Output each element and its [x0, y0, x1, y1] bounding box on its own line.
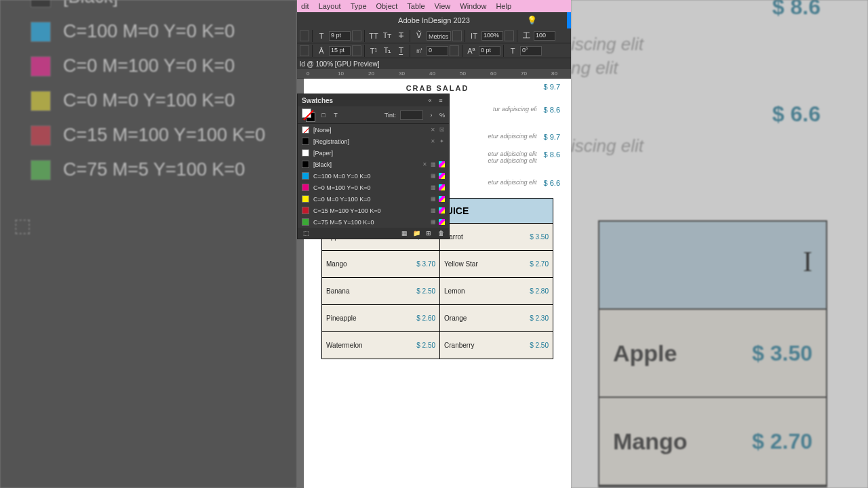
panel-header[interactable]: Swatches « ≡ — [298, 94, 449, 106]
menu-help[interactable]: Help — [496, 2, 511, 10]
swatch-box — [31, 91, 51, 111]
juice-price: $ 2.70 — [530, 260, 549, 268]
swatches-panel[interactable]: Swatches « ≡ □ T Tint: › % — [297, 94, 450, 239]
menu-view[interactable]: View — [435, 2, 451, 10]
juice-cell[interactable]: Mango$ 3.70 — [322, 251, 440, 278]
strikethrough-icon[interactable]: T̶ — [395, 31, 407, 40]
kerning-dropdown[interactable] — [452, 30, 462, 41]
superscript-icon[interactable]: T¹ — [368, 47, 380, 55]
menu-edit[interactable]: dit — [301, 2, 309, 10]
kerning-icon: Ṽ — [413, 31, 425, 40]
bg-desc: iscing elit — [571, 34, 644, 55]
hscale-field[interactable]: 100 — [534, 31, 555, 41]
collapse-icon[interactable]: « — [426, 96, 434, 104]
tracking-icon: ㎥ — [413, 45, 425, 56]
bg-price: $ 6.6 — [772, 102, 821, 127]
juice-price: $ 2.50 — [416, 287, 435, 295]
baseline-field[interactable]: 0 pt — [479, 46, 500, 56]
canvas[interactable]: CRAB SALAD $ 9.7 tur adipiscing eli $ 8.… — [297, 79, 571, 488]
juice-cell[interactable]: Orange$ 2.30 — [440, 305, 553, 332]
menu-window[interactable]: Window — [460, 2, 486, 10]
swatch-box — [31, 0, 51, 7]
bg-price: $ 2.70 — [752, 429, 812, 454]
new-swatch-icon[interactable]: ⊞ — [425, 229, 433, 237]
tracking-field[interactable]: 0 — [427, 46, 448, 56]
tint-field[interactable] — [400, 110, 423, 120]
swatch-name: [Black] — [313, 161, 417, 168]
vscale-icon: IT — [468, 32, 480, 40]
leading-dropdown[interactable] — [352, 45, 361, 56]
delete-swatch-icon[interactable]: 🗑 — [437, 229, 445, 237]
swatch-row[interactable]: [Paper] — [298, 147, 449, 159]
allcaps-icon[interactable]: TT — [368, 32, 380, 40]
juice-name: Pineapple — [326, 314, 356, 322]
new-group-icon[interactable]: ▦ — [400, 229, 408, 237]
underline-icon[interactable]: T̲ — [395, 46, 407, 55]
swatch-chip — [302, 126, 309, 134]
tint-pct: % — [439, 112, 445, 119]
font-size-field[interactable]: 9 pt — [329, 31, 351, 41]
swatches-toolbar: □ T Tint: › % — [298, 106, 449, 124]
leading-icon: Å — [315, 47, 328, 55]
leading-field[interactable]: 15 pt — [329, 46, 351, 56]
ruler-mark: 10 — [338, 70, 344, 77]
swatch-label: C=100 M=0 Y=0 K=0 — [63, 21, 235, 42]
smallcaps-icon[interactable]: Tᴛ — [381, 31, 393, 40]
menubar: dit Layout Type Object Table View Window… — [297, 0, 571, 12]
swatch-name: C=0 M=100 Y=0 K=0 — [313, 184, 426, 191]
swatch-row[interactable]: C=0 M=0 Y=100 K=0 ▦ — [298, 193, 449, 205]
font-dropdown[interactable] — [300, 30, 309, 41]
text-icon[interactable]: T — [332, 111, 340, 119]
horizontal-ruler[interactable]: 0 10 20 30 40 50 60 70 80 — [297, 69, 571, 79]
menu-type[interactable]: Type — [351, 2, 367, 10]
juice-cell[interactable]: Cranberry$ 2.50 — [440, 332, 553, 359]
vscale-field[interactable]: 100% — [481, 31, 503, 41]
swatches-footer: ⬚ ▦ 📁 ⊞ 🗑 — [298, 228, 449, 239]
bg-price: $ 8.6 — [772, 0, 821, 20]
juice-name: Cranberry — [444, 342, 474, 349]
bg-right-zoom: $ 8.6 iscing elit ng elit $ 6.6 iscing e… — [571, 0, 868, 488]
juice-cell[interactable]: Watermelon$ 2.50 — [322, 332, 440, 359]
folder-icon[interactable]: 📁 — [412, 229, 420, 237]
swatch-row[interactable]: C=15 M=100 Y=100 K=0 ▦ — [298, 205, 449, 216]
swatch-label: C=75 M=5 Y=100 K=0 — [63, 159, 245, 180]
kerning-field[interactable]: Metrics — [427, 31, 451, 41]
juice-cell[interactable]: Carrot$ 3.50 — [440, 224, 553, 251]
swatch-row[interactable]: C=0 M=100 Y=0 K=0 ▦ — [298, 182, 449, 193]
juice-price: $ 3.50 — [530, 233, 549, 241]
swatch-row[interactable]: [Registration] ✕✦ — [298, 136, 449, 147]
vscale-dropdown[interactable] — [505, 30, 514, 41]
swatch-row[interactable]: C=100 M=0 Y=0 K=0 ▦ — [298, 170, 449, 182]
font-size-dropdown[interactable] — [352, 30, 361, 41]
skew-field[interactable]: 0° — [520, 46, 542, 56]
tint-stepper[interactable]: › — [427, 111, 435, 119]
hint-icon[interactable]: 💡 — [527, 16, 537, 25]
swatch-box — [31, 160, 51, 180]
document-tab[interactable]: ld @ 100% [GPU Preview] — [297, 58, 571, 69]
juice-price: $ 2.60 — [416, 314, 435, 322]
swatches-list: [None] ✕☒ [Registration] ✕✦ [Paper] [Bla… — [298, 124, 449, 228]
price: $ 6.6 — [544, 179, 560, 187]
panel-title: Swatches — [302, 97, 333, 104]
swatch-row[interactable]: C=75 M=5 Y=100 K=0 ▦ — [298, 216, 449, 228]
juice-cell[interactable]: Pineapple$ 2.60 — [322, 305, 440, 332]
menu-object[interactable]: Object — [376, 2, 398, 10]
juice-cell[interactable]: Lemon$ 2.80 — [440, 278, 553, 305]
menu-layout[interactable]: Layout — [319, 2, 341, 10]
sync-icon[interactable] — [567, 12, 571, 28]
style-dropdown[interactable] — [300, 45, 309, 56]
swatch-row[interactable]: [None] ✕☒ — [298, 124, 449, 136]
ruler-mark: 70 — [521, 70, 527, 77]
subscript-icon[interactable]: T₁ — [381, 46, 393, 55]
juice-cell[interactable]: Banana$ 2.50 — [322, 278, 440, 305]
juice-price: $ 2.80 — [530, 287, 549, 295]
registration-icon: ✦ — [438, 138, 445, 145]
container-icon[interactable]: □ — [319, 111, 328, 119]
swatch-row[interactable]: [Black] ✕▦ — [298, 159, 449, 170]
tracking-dropdown[interactable] — [450, 45, 459, 56]
panel-menu-icon[interactable]: ≡ — [437, 96, 445, 104]
add-to-cc-icon[interactable]: ⬚ — [302, 229, 310, 237]
fill-stroke-icon[interactable] — [302, 108, 315, 122]
juice-cell[interactable]: Yellow Star$ 2.70 — [440, 251, 553, 278]
menu-table[interactable]: Table — [407, 2, 425, 10]
